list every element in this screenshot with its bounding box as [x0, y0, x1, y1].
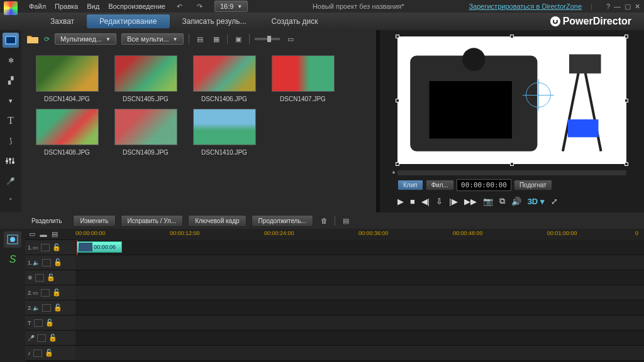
track-lock-icon[interactable]: 🔓 — [53, 258, 62, 266]
import-folder-icon[interactable] — [26, 34, 39, 44]
media-thumbnail[interactable]: DSCN1404.JPG — [34, 55, 100, 102]
room-media[interactable] — [3, 33, 19, 48]
track-lock-icon[interactable]: 🔓 — [47, 273, 55, 282]
directorzone-link[interactable]: Зарегистрироваться в DirectorZone — [469, 3, 582, 10]
resize-handle[interactable] — [625, 162, 628, 166]
mode-edit[interactable]: Редактирование — [87, 14, 169, 28]
room-voiceover[interactable]: 🎤 — [3, 173, 19, 189]
next-frame-icon[interactable]: |▶ — [449, 197, 457, 206]
close-icon[interactable]: ✕ — [635, 3, 640, 11]
track-lane[interactable]: 00:00:06 — [75, 240, 644, 255]
resize-handle[interactable] — [396, 35, 399, 38]
room-audio-mix[interactable] — [3, 153, 19, 168]
crosshair-icon[interactable] — [526, 82, 551, 107]
volume-icon[interactable]: 🔊 — [511, 197, 521, 206]
stop-icon[interactable]: ■ — [410, 197, 415, 206]
room-title[interactable]: T — [3, 113, 19, 128]
view-grid-icon[interactable]: ▦ — [211, 33, 222, 45]
track-lane[interactable] — [75, 285, 644, 300]
track-lock-icon[interactable]: 🔓 — [45, 319, 54, 327]
track-lane[interactable] — [75, 331, 644, 346]
redo-icon[interactable]: ↷ — [194, 1, 206, 12]
media-thumbnail[interactable]: DSCN1405.JPG — [113, 55, 179, 102]
media-thumbnail[interactable]: DSCN1407.JPG — [270, 55, 336, 102]
preview-tab-film[interactable]: Фил... — [426, 180, 454, 190]
track-visibility-toggle[interactable] — [41, 289, 50, 297]
track-lock-icon[interactable]: 🔓 — [48, 334, 57, 342]
minimize-icon[interactable]: — — [614, 3, 621, 11]
media-thumbnail[interactable]: DSCN1408.JPG — [34, 109, 100, 156]
track-visibility-toggle[interactable] — [42, 259, 51, 266]
timeline-clip[interactable]: 00:00:06 — [77, 241, 122, 253]
resize-handle[interactable] — [396, 99, 399, 102]
menu-file[interactable]: Файл — [29, 3, 46, 10]
preview-viewport[interactable] — [397, 36, 626, 164]
track-lane[interactable] — [75, 255, 644, 270]
track-view-icon[interactable]: ▭ — [28, 229, 36, 240]
fast-forward-icon[interactable]: ▶▶ — [464, 197, 477, 206]
track-lane[interactable] — [75, 270, 644, 285]
mode-produce[interactable]: Записать резуль... — [170, 14, 259, 28]
thumb-size-slider[interactable] — [255, 38, 280, 40]
resize-handle[interactable] — [625, 99, 628, 102]
media-thumbnail[interactable]: DSCN1410.JPG — [191, 109, 257, 156]
trash-icon[interactable]: 🗑 — [318, 215, 330, 226]
menu-edit[interactable]: Правка — [55, 3, 78, 10]
menu-playback[interactable]: Воспроизведение — [108, 3, 165, 10]
refresh-icon[interactable]: ⟳ — [44, 35, 50, 43]
maximize-icon[interactable]: ▢ — [625, 3, 631, 11]
room-particle[interactable]: ▾ — [3, 93, 19, 108]
track-lock-icon[interactable]: 🔓 — [52, 243, 61, 251]
filter-type-dropdown[interactable]: Мультимед...▼ — [55, 33, 116, 45]
track-visibility-toggle[interactable] — [41, 244, 50, 251]
modify-button[interactable]: Изменить — [73, 215, 115, 227]
play-icon[interactable]: ▶ — [397, 197, 404, 206]
track-manager-icon[interactable]: ▤ — [50, 229, 59, 240]
mode-disc[interactable]: Создать диск — [259, 14, 331, 28]
preview-tab-clip[interactable]: Клип — [397, 180, 423, 190]
resize-handle[interactable] — [625, 35, 628, 38]
mode-capture[interactable]: Захват — [38, 14, 87, 28]
track-lock-icon[interactable]: 🔓 — [52, 288, 61, 297]
track-view2-icon[interactable]: ▬ — [39, 229, 48, 240]
fit-dropdown[interactable]: Подогнат — [514, 180, 552, 190]
prev-frame-icon[interactable]: ◀| — [421, 197, 430, 206]
keyframe-button[interactable]: Ключевой кадр — [188, 215, 246, 227]
undo-icon[interactable]: ↶ — [174, 1, 186, 12]
media-thumbnail[interactable]: DSCN1406.JPG — [191, 55, 257, 102]
room-fx[interactable]: ✻ — [3, 53, 19, 68]
timecode-display[interactable]: 00:00:00:00 — [457, 179, 511, 191]
help-icon[interactable]: ? — [606, 3, 610, 11]
track-visibility-toggle[interactable] — [34, 319, 43, 327]
duration-button[interactable]: Продолжитель... — [252, 215, 313, 227]
filter-all-dropdown[interactable]: Все мульти...▼ — [121, 33, 184, 45]
resize-handle[interactable] — [510, 35, 514, 38]
track-lock-icon[interactable]: 🔓 — [53, 304, 62, 312]
track-visibility-toggle[interactable] — [42, 304, 51, 312]
snapshot-icon[interactable]: 📷 — [483, 197, 493, 206]
menu-view[interactable]: Вид — [87, 3, 99, 10]
undock-icon[interactable]: ⤢ — [551, 197, 558, 206]
aspect-ratio-dropdown[interactable]: 16:9▼ — [214, 1, 248, 12]
view-details-icon[interactable]: ▤ — [194, 33, 206, 45]
timeline-film-icon[interactable] — [4, 231, 21, 248]
track-lane[interactable] — [75, 315, 644, 331]
3d-button[interactable]: 3D ▾ — [528, 197, 545, 206]
media-thumbnail[interactable]: DSCN1409.JPG — [113, 109, 179, 156]
mark-in-icon[interactable]: ⇩ — [436, 197, 443, 206]
track-lane[interactable] — [75, 346, 644, 361]
room-transition[interactable]: ⟆ — [3, 133, 19, 148]
track-lock-icon[interactable]: 🔓 — [45, 349, 53, 357]
room-collapse-icon[interactable]: ˄ — [3, 194, 19, 209]
resize-handle[interactable] — [510, 162, 514, 166]
display-options-icon[interactable]: ⧉ — [499, 196, 505, 206]
more-tools-icon[interactable]: ▤ — [340, 215, 352, 226]
time-ruler[interactable]: 00:00:00:0000:00:12:0000:00:24:0000:00:3… — [75, 229, 644, 240]
track-visibility-toggle[interactable] — [37, 334, 46, 342]
resize-handle[interactable] — [396, 162, 399, 166]
track-visibility-toggle[interactable] — [33, 349, 42, 357]
timeline-svrt-icon[interactable]: S — [4, 251, 21, 268]
track-lane[interactable] — [75, 300, 644, 315]
track-visibility-toggle[interactable] — [35, 274, 44, 282]
thumb-large-icon[interactable]: ▭ — [285, 33, 296, 45]
